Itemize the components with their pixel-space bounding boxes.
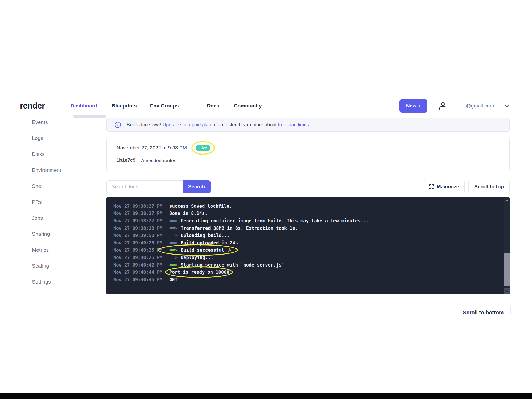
sidebar-item-metrics[interactable]: Metrics — [32, 242, 61, 258]
nav-divider — [192, 101, 192, 111]
nav-tab-docs[interactable]: Docs — [207, 103, 219, 109]
log-timestamp: Nov 27 09:40:25 PM — [113, 255, 162, 260]
log-text: Port is ready on 10000 — [169, 269, 229, 275]
log-message: success Saved lockfile. — [169, 203, 232, 209]
sidebar-item-environment[interactable]: Environment — [32, 162, 61, 178]
log-arrow-icon: ==> — [169, 218, 178, 223]
log-message: ==>Deploying... — [169, 255, 213, 260]
bottom-black-bar — [0, 393, 532, 399]
log-line: Nov 27 09:40:25 PM==>Build uploaded in 2… — [113, 239, 499, 247]
live-badge-annotation: Live — [196, 145, 210, 151]
scrollbar-up-arrow-icon[interactable] — [504, 197, 510, 204]
log-line: Nov 27 09:40:25 PM==>Deploying... — [113, 254, 499, 261]
log-arrow-icon: ==> — [169, 233, 178, 238]
commit-message: Amended routes — [141, 158, 176, 164]
banner-segment: to go faster. Learn more about — [211, 122, 278, 127]
account-email: @gmail.com — [466, 103, 494, 109]
log-timestamp: Nov 27 09:40:25 PM — [113, 240, 162, 246]
sidebar-item-jobs[interactable]: Jobs — [32, 210, 61, 226]
log-message-annotated: ==>Build successful — [169, 247, 232, 253]
email-prefix-dot: · — [462, 103, 464, 109]
log-message: Done in 8.14s. — [169, 211, 207, 216]
scrollbar-thumb[interactable] — [504, 253, 510, 286]
log-arrow-icon: ==> — [169, 226, 178, 231]
log-timestamp: Nov 27 09:40:42 PM — [113, 262, 162, 268]
log-arrow-icon: ==> — [169, 255, 178, 260]
nav-tab-dashboard[interactable]: Dashboard — [71, 103, 97, 109]
scroll-to-top-button[interactable]: Scroll to top — [468, 180, 510, 193]
scroll-to-bottom-wrap: Scroll to bottom — [456, 304, 511, 314]
commit-hash-link[interactable]: 1b1e7c9 — [117, 157, 135, 164]
upgrade-banner-text: Builds too slow? Upgrade to a paid plan … — [127, 122, 310, 128]
log-message: ==>Transferred 38MB in 8s. Extraction to… — [169, 226, 298, 231]
log-line: Nov 27 09:38:18 PM==>Transferred 38MB in… — [113, 225, 499, 232]
search-button[interactable]: Search — [183, 180, 211, 193]
log-text: Transferred 38MB in 8s. Extraction took … — [181, 226, 298, 231]
upgrade-plan-link[interactable]: Upgrade to a paid plan — [163, 122, 211, 127]
log-text: Done in 8.14s. — [169, 211, 207, 216]
scroll-to-bottom-button[interactable]: Scroll to bottom — [456, 304, 511, 314]
sidebar-item-shell[interactable]: Shell — [32, 178, 61, 194]
log-line: Nov 27 09:38:27 PMsuccess Saved lockfile… — [113, 202, 499, 210]
log-line: Nov 27 09:39:53 PM==>Uploading build... — [113, 232, 499, 239]
log-message: ==>Uploading build... — [169, 233, 230, 238]
log-text: Build uploaded in 24s — [181, 240, 238, 246]
log-text: Deploying... — [181, 255, 213, 260]
log-timestamp: Nov 27 09:40:45 PM — [113, 277, 162, 282]
maximize-label: Maximize — [437, 184, 459, 190]
log-line: Nov 27 09:40:45 PMGET — [113, 276, 499, 283]
nav-tab-env-groups[interactable]: Env Groups — [150, 103, 179, 109]
sidebar-item-events[interactable]: Events — [32, 114, 61, 130]
log-timestamp: Nov 27 09:38:27 PM — [113, 203, 162, 209]
new-button[interactable]: New + — [399, 99, 427, 113]
log-terminal: Nov 27 09:38:27 PMsuccess Saved lockfile… — [106, 197, 510, 294]
log-text: Build successful — [181, 247, 224, 253]
log-timestamp: Nov 27 09:40:25 PM — [113, 247, 162, 253]
log-arrow-icon: ==> — [169, 262, 178, 268]
log-message-annotated: Port is ready on 10000 — [169, 269, 229, 275]
party-popper-icon — [228, 248, 232, 252]
sidebar-item-logs[interactable]: Logs — [32, 130, 61, 146]
maximize-button[interactable]: Maximize — [424, 180, 465, 193]
log-timestamp: Nov 27 09:38:27 PM — [113, 218, 162, 223]
active-tab-indicator — [73, 115, 106, 118]
log-line: Nov 27 09:40:44 PMPort is ready on 10000 — [113, 268, 499, 276]
nav-tab-community[interactable]: Community — [234, 103, 262, 109]
top-navbar: render Dashboard Blueprints Env Groups D… — [0, 96, 532, 116]
log-search-group: Search — [106, 180, 211, 193]
log-message: GET — [169, 277, 178, 282]
nav-tab-blueprints[interactable]: Blueprints — [112, 103, 137, 109]
log-message: ==>Build uploaded in 24s — [169, 240, 238, 246]
scrollbar-down-arrow-icon[interactable] — [504, 288, 510, 294]
log-line: Nov 27 09:40:42 PM==>Starting service wi… — [113, 261, 499, 269]
log-text: Uploading build... — [181, 233, 230, 238]
log-text: Generating container image from build. T… — [181, 218, 369, 223]
sidebar-item-settings[interactable]: Settings — [32, 274, 61, 290]
info-icon: i — [115, 122, 121, 128]
log-line: Nov 27 09:40:25 PM==>Build successful — [113, 247, 499, 254]
render-logo: render — [20, 101, 45, 111]
log-text: GET — [169, 277, 178, 282]
log-message: ==>Generating container image from build… — [169, 218, 369, 223]
banner-segment: Builds too slow? — [127, 122, 163, 127]
log-line: Nov 27 09:38:27 PMDone in 8.14s. — [113, 210, 499, 217]
free-plan-limits-link[interactable]: free plan limits — [278, 122, 309, 127]
sidebar-item-sharing[interactable]: Sharing — [32, 226, 61, 242]
log-arrow-icon: ==> — [169, 247, 178, 253]
sidebar-item-scaling[interactable]: Scaling — [32, 258, 61, 274]
account-chevron-down-icon[interactable] — [504, 104, 509, 107]
terminal-scrollbar[interactable] — [504, 197, 510, 294]
log-message: ==>Starting service with 'node server.js… — [169, 262, 284, 268]
log-timestamp: Nov 27 09:39:53 PM — [113, 233, 162, 238]
log-timestamp: Nov 27 09:40:44 PM — [113, 269, 162, 275]
log-arrow-icon: ==> — [169, 240, 178, 246]
log-text: Starting service with 'node server.js' — [181, 262, 284, 268]
sidebar-item-prs[interactable]: PRs — [32, 194, 61, 210]
sidebar-item-disks[interactable]: Disks — [32, 146, 61, 162]
log-timestamp: Nov 27 09:38:18 PM — [113, 226, 162, 231]
search-logs-input[interactable] — [106, 180, 183, 193]
upgrade-banner: i Builds too slow? Upgrade to a paid pla… — [106, 118, 510, 132]
service-sidebar: EventsLogsDisksEnvironmentShellPRsJobsSh… — [32, 114, 61, 290]
user-profile-icon[interactable] — [439, 102, 447, 110]
log-timestamp: Nov 27 09:38:27 PM — [113, 211, 162, 216]
